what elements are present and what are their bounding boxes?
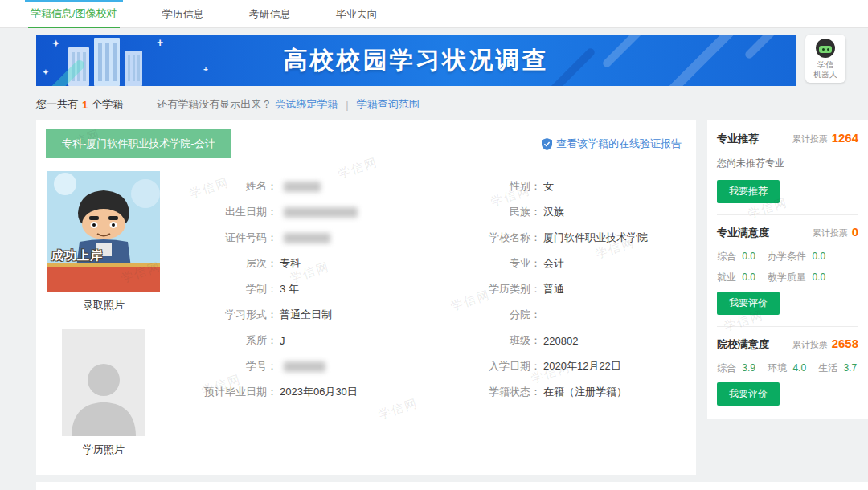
- online-verification-report-link[interactable]: 查看该学籍的在线验证报告: [542, 137, 682, 151]
- field-value: 厦门软件职业技术学院: [543, 231, 648, 245]
- metric: 生活 3.7: [818, 361, 857, 375]
- field-value: 3 年: [280, 282, 299, 296]
- report-link-label: 查看该学籍的在线验证报告: [556, 137, 682, 151]
- module-title: 院校满意度: [717, 337, 769, 352]
- field-value: 2023年06月30日: [280, 385, 358, 399]
- field-value: 2020年12月22日: [543, 359, 621, 374]
- field-label: 层次：: [174, 256, 277, 271]
- metric-row: 综合 3.9 环境 4.0 生活 3.7: [717, 361, 858, 375]
- redacted-value: [284, 207, 358, 218]
- field-label: 学习形式：: [174, 308, 277, 322]
- rate-major-button[interactable]: 我要评价: [717, 292, 780, 315]
- card-body: 成功上岸 录取照片 学历照片: [46, 171, 686, 457]
- field-study-form: 学习形式： 普通全日制: [174, 308, 457, 322]
- summary-suffix: 个学籍: [92, 97, 123, 112]
- metric-value: 3.7: [843, 362, 857, 374]
- content-row: 专科-厦门软件职业技术学院-会计 查看该学籍的在线验证报告: [36, 120, 868, 475]
- program-badge: 专科-厦门软件职业技术学院-会计: [46, 129, 231, 158]
- form-row: 层次： 专科 专业： 会计: [174, 256, 686, 271]
- tab-education-level-info[interactable]: 学历信息: [160, 0, 207, 28]
- field-program-length: 学制： 3 年: [174, 282, 457, 296]
- robot-icon: [816, 39, 835, 58]
- banner-title: 高校校园学习状况调查: [36, 35, 796, 86]
- chsi-robot-widget[interactable]: 学信 机器人: [805, 35, 845, 83]
- field-value: 专科: [280, 256, 301, 271]
- active-tab-indicator: [25, 0, 123, 2]
- module-title: 专业满意度: [717, 226, 769, 240]
- metric: 办学条件 0.0: [768, 250, 825, 263]
- module-divider: [717, 326, 858, 327]
- metric-label: 综合: [717, 251, 736, 262]
- field-value: 220802: [543, 335, 578, 347]
- metric-label: 就业: [717, 272, 736, 283]
- field-label: 预计毕业日期：: [174, 385, 277, 399]
- metric-value: 0.0: [742, 272, 755, 283]
- metric-value: 0.0: [812, 251, 825, 262]
- votes-label: 累计投票: [792, 339, 828, 351]
- tab-label: 考研信息: [249, 7, 291, 22]
- field-gender: 性别： 女: [457, 179, 554, 194]
- rate-school-button[interactable]: 我要评价: [717, 382, 780, 406]
- module-header: 院校满意度 累计投票 2658: [717, 337, 858, 352]
- field-enrollment-date: 入学日期： 2020年12月22日: [457, 359, 621, 374]
- summary-question: 还有学籍没有显示出来？: [157, 97, 272, 112]
- robot-label-line1: 学信: [805, 60, 845, 70]
- votes-label: 累计投票: [813, 227, 848, 239]
- field-label: 民族：: [457, 205, 541, 219]
- field-value: 普通全日制: [280, 308, 332, 322]
- module-divider: [717, 214, 858, 215]
- bind-status-link[interactable]: 尝试绑定学籍: [275, 97, 338, 112]
- metric-row: 综合 0.0 办学条件 0.0: [717, 250, 858, 263]
- metric-label: 环境: [768, 362, 787, 374]
- metric: 综合 0.0: [717, 250, 755, 263]
- query-scope-link[interactable]: 学籍查询范围: [357, 97, 420, 112]
- link-divider: |: [346, 99, 348, 111]
- form-row: 预计毕业日期： 2023年06月30日 学籍状态： 在籍（注册学籍）: [174, 385, 686, 399]
- field-value: J: [280, 335, 285, 347]
- tab-postgraduate-exam-info[interactable]: 考研信息: [247, 0, 293, 28]
- student-status-card: 专科-厦门软件职业技术学院-会计 查看该学籍的在线验证报告: [36, 120, 696, 475]
- field-value: 汉族: [543, 205, 564, 219]
- vote-count: 1264: [832, 131, 858, 145]
- field-branch: 分院：: [457, 308, 543, 322]
- metric-row: 就业 0.0 教学质量 0.0: [717, 271, 858, 284]
- cartoon-photo-illustration: [47, 171, 160, 292]
- module-major-recommendation: 专业推荐 累计投票 1264 您尚未推荐专业 我要推荐: [717, 131, 858, 203]
- form-row: 学习形式： 普通全日制 分院：: [174, 308, 686, 322]
- robot-face: [819, 46, 832, 53]
- vote-count: 0: [852, 225, 858, 239]
- tab-graduation-destination[interactable]: 毕业去向: [334, 0, 380, 28]
- field-education-category: 学历类别： 普通: [457, 282, 564, 296]
- metric: 教学质量 0.0: [768, 271, 825, 284]
- tab-student-status-info[interactable]: 学籍信息/图像校对: [28, 0, 120, 28]
- module-major-satisfaction: 专业满意度 累计投票 0 综合 0.0 办学条件 0.0: [717, 225, 858, 315]
- next-section-card: [36, 482, 868, 490]
- field-label: 学制：: [174, 282, 277, 296]
- field-label: 班级：: [457, 333, 541, 348]
- metric-label: 生活: [818, 362, 837, 374]
- metric-label: 办学条件: [768, 251, 806, 262]
- metric: 环境 4.0: [768, 361, 806, 375]
- robot-eye: [827, 48, 829, 51]
- status-summary: 您一共有 1 个学籍 还有学籍没有显示出来？ 尝试绑定学籍 | 学籍查询范围: [36, 97, 868, 112]
- vote-count: 2658: [832, 337, 858, 350]
- redacted-value: [284, 361, 326, 372]
- field-label: 系所：: [174, 333, 277, 348]
- metric-label: 教学质量: [768, 272, 806, 283]
- field-id-number: 证件号码：: [174, 231, 457, 245]
- field-birthdate: 出生日期：: [174, 205, 457, 219]
- survey-banner[interactable]: ✦ + + ✦ 高校校园学习状况调查: [36, 35, 796, 86]
- field-label: 证件号码：: [174, 231, 277, 245]
- field-value: 在籍（注册学籍）: [543, 385, 627, 399]
- photo-overlay-text: 成功上岸: [51, 248, 103, 263]
- person-silhouette-icon: [62, 353, 145, 436]
- field-label: 姓名：: [174, 179, 277, 194]
- form-row: 姓名： 性别： 女: [174, 179, 686, 194]
- field-label: 分院：: [457, 308, 541, 322]
- shield-icon: [542, 138, 552, 150]
- metric: 就业 0.0: [717, 271, 755, 284]
- field-ethnicity: 民族： 汉族: [457, 205, 564, 219]
- recommend-major-button[interactable]: 我要推荐: [717, 180, 780, 203]
- field-expected-graduation: 预计毕业日期： 2023年06月30日: [174, 385, 457, 399]
- field-label: 专业：: [457, 256, 541, 271]
